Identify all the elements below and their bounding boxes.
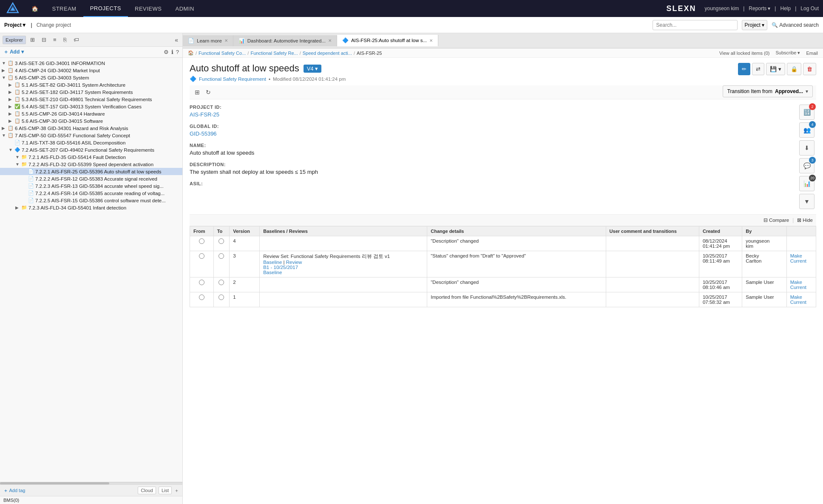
settings-icon[interactable]: ⚙: [164, 49, 169, 55]
copy-icon[interactable]: ⎘: [61, 35, 69, 45]
tree-item[interactable]: ▼ 📋 5 AIS-CMP-25 GID-34003 System: [0, 74, 182, 81]
tree-item[interactable]: 📄 7.2.2.5 AIS-FSR-15 GID-55386 control s…: [0, 197, 182, 204]
nav-home[interactable]: 🏠: [25, 0, 45, 17]
collapse-sidebar-btn[interactable]: «: [173, 37, 180, 43]
cloud-btn[interactable]: Cloud: [138, 487, 156, 494]
tree-item[interactable]: 📄 7.2.2.2 AIS-FSR-12 GID-55383 Accurate …: [0, 175, 182, 182]
logout-link[interactable]: Log Out: [800, 6, 819, 11]
tab-close-icon[interactable]: ✕: [328, 38, 332, 43]
rp-btn-expand[interactable]: ▼: [799, 194, 814, 209]
compare-btn[interactable]: ⊟ Compare: [763, 217, 789, 223]
nav-admin[interactable]: ADMIN: [168, 0, 201, 17]
to-cell[interactable]: [213, 277, 230, 292]
project-id-value[interactable]: AIS-FSR-25: [190, 111, 791, 118]
tree-item[interactable]: ▶ 📋 4 AIS-CMP-24 GID-34002 Market Input: [0, 67, 182, 74]
from-radio[interactable]: [199, 294, 204, 300]
nav-stream[interactable]: STREAM: [45, 0, 83, 17]
tab-close-icon[interactable]: ✕: [224, 38, 228, 43]
tree-item[interactable]: ▶ 📋 5.6 AIS-CMP-30 GID-34015 Software: [0, 117, 182, 125]
baseline-link2[interactable]: Baseline: [263, 270, 282, 275]
tree-item-selected[interactable]: 📄 7.2.2.1 AIS-FSR-25 GID-55396 Auto shut…: [0, 168, 182, 175]
tag-icon[interactable]: 🏷: [71, 35, 82, 45]
rp-btn-download[interactable]: ⬇: [799, 140, 814, 156]
explorer-tab[interactable]: Explorer: [3, 36, 26, 44]
delete-button[interactable]: 🗑: [803, 63, 816, 75]
tree-item[interactable]: 📄 7.2.2.3 AIS-FSR-13 GID-55384 accurate …: [0, 182, 182, 190]
subscribe-btn[interactable]: Subscribe ▾: [776, 50, 800, 56]
transition-dropdown[interactable]: Transition Item from Approved... ▾: [723, 85, 813, 97]
breadcrumb-1[interactable]: Functional Safety Co...: [199, 51, 246, 56]
user-name[interactable]: youngseon kim: [704, 6, 739, 11]
breadcrumb-3[interactable]: Speed dependent acti...: [303, 51, 352, 56]
nav-reviews[interactable]: REVIEWS: [128, 0, 168, 17]
action-cell[interactable]: MakeCurrent: [786, 251, 816, 277]
edit-button[interactable]: ✏: [738, 63, 750, 75]
tree-item[interactable]: 📄 7.1 AIS-TXT-38 GID-55416 ASIL Decompos…: [0, 139, 182, 146]
tree-item[interactable]: ▼ 📁 7.2.2 AIS-FLD-32 GID-55399 Speed dep…: [0, 161, 182, 168]
tree-item[interactable]: ▶ 📋 6 AIS-CMP-38 GID-34301 Hazard and Ri…: [0, 125, 182, 132]
to-cell[interactable]: [213, 251, 230, 277]
from-cell[interactable]: [190, 251, 214, 277]
tree-item[interactable]: ▶ 📋 5.2 AIS-SET-182 GID-34117 System Req…: [0, 88, 182, 96]
from-cell[interactable]: [190, 292, 214, 307]
to-cell[interactable]: [213, 292, 230, 307]
to-cell[interactable]: [213, 236, 230, 251]
tree-item[interactable]: ▼ 🔷 7.2 AIS-SET-207 GID-49402 Functional…: [0, 146, 182, 153]
to-radio[interactable]: [219, 238, 224, 244]
from-radio[interactable]: [199, 280, 204, 285]
tree-item[interactable]: ▼ 📁 7.2.1 AIS-FLD-35 GID-55414 Fault Det…: [0, 153, 182, 161]
rp-btn-comment[interactable]: 💬 3: [799, 158, 814, 173]
rp-btn-2[interactable]: 👥 4: [799, 122, 814, 138]
make-current-link[interactable]: MakeCurrent: [790, 294, 806, 305]
hide-btn[interactable]: ⊠ Hide: [797, 217, 813, 223]
b1-link[interactable]: B1 - 10/25/2017: [263, 265, 298, 270]
from-radio[interactable]: [199, 253, 204, 259]
view-locked-link[interactable]: View all locked items (0): [719, 51, 769, 56]
lock-button[interactable]: 🔒: [787, 63, 801, 75]
tree-item[interactable]: ▼ 📋 7 AIS-CMP-50 GID-55547 Functional Sa…: [0, 132, 182, 139]
tab-dashboard[interactable]: 📊 Dashboard: Automotive Integrated... ✕: [233, 35, 337, 46]
to-radio[interactable]: [219, 294, 224, 300]
collapse-all-btn[interactable]: ⊞: [193, 88, 201, 96]
make-current-link[interactable]: MakeCurrent: [790, 280, 806, 290]
tree-item[interactable]: ▶ 📋 5.1 AIS-SET-82 GID-34011 System Arch…: [0, 81, 182, 88]
action-cell[interactable]: MakeCurrent: [786, 292, 816, 307]
version-badge[interactable]: V4 ▾: [304, 65, 321, 73]
tree-item[interactable]: ▶ 📋 5.5 AIS-CMP-26 GID-34014 Hardware: [0, 110, 182, 117]
relationship-button[interactable]: ⇄: [752, 63, 764, 75]
breadcrumb-home[interactable]: 🏠: [188, 50, 194, 56]
filter-icon[interactable]: ⊞: [28, 35, 37, 45]
tree-item[interactable]: ▶ ✅ 5.4 AIS-SET-157 GID-34013 System Ver…: [0, 103, 182, 110]
make-current-link[interactable]: MakeCurrent: [790, 253, 806, 263]
tab-learn-more[interactable]: 📄 Learn more ✕: [183, 35, 233, 46]
email-link[interactable]: Email: [806, 51, 818, 56]
list-icon[interactable]: ≡: [51, 35, 59, 45]
from-radio[interactable]: [199, 238, 204, 244]
horizontal-scrollbar[interactable]: [0, 482, 182, 484]
to-radio[interactable]: [219, 280, 224, 285]
change-project-link[interactable]: Change project: [37, 22, 71, 28]
reports-menu[interactable]: Reports ▾: [749, 6, 770, 11]
save-dropdown-button[interactable]: 💾 ▾: [766, 63, 785, 75]
advanced-search-btn[interactable]: 🔍 Advanced search: [772, 22, 819, 28]
help-sidebar-icon[interactable]: ?: [176, 49, 179, 55]
tree-item[interactable]: ▼ 📋 3 AIS-SET-26 GID-34001 INFORMATION: [0, 59, 182, 67]
rp-btn-activity[interactable]: 📊 20: [799, 176, 814, 191]
tab-close-icon[interactable]: ✕: [429, 38, 433, 43]
project-dropdown[interactable]: Project▼: [4, 22, 27, 28]
search-input[interactable]: [653, 20, 738, 30]
from-cell[interactable]: [190, 236, 214, 251]
tab-ais-fsr-25[interactable]: 🔷 AIS-FSR-25:Auto shutoff at low s... ✕: [337, 35, 438, 46]
action-cell[interactable]: MakeCurrent: [786, 277, 816, 292]
nav-projects[interactable]: PROJECTS: [83, 0, 128, 17]
tree-item[interactable]: 📄 7.2.2.4 AIS-FSR-14 GID-55385 accurate …: [0, 190, 182, 197]
baseline-link[interactable]: Baseline: [263, 260, 282, 265]
help-link[interactable]: Help: [780, 6, 791, 11]
tree-item[interactable]: ▶ 📋 5.3 AIS-SET-210 GID-49801 Technical …: [0, 96, 182, 103]
refresh-btn[interactable]: ↻: [204, 88, 213, 96]
add-tag-button[interactable]: ＋ ＋ Add tag: [3, 487, 25, 494]
info-icon[interactable]: ℹ: [171, 49, 173, 55]
search-type-dropdown[interactable]: Project ▾: [742, 20, 768, 30]
to-radio[interactable]: [219, 253, 224, 259]
add-button[interactable]: ＋ Add ▾: [3, 48, 24, 56]
